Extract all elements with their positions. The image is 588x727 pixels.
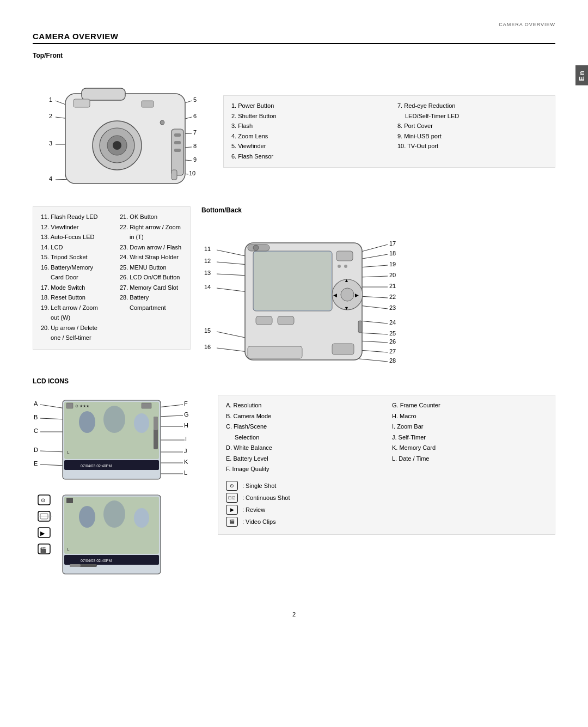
svg-text:17: 17 — [389, 240, 396, 247]
single-shot-row: ⊙ : Single Shot — [226, 481, 547, 491]
svg-text:15: 15 — [204, 327, 211, 334]
list-item: I. Zoom Bar — [392, 422, 547, 431]
svg-text:D: D — [34, 447, 38, 453]
svg-line-99 — [40, 465, 65, 466]
svg-line-103 — [158, 416, 183, 417]
single-shot-label: : Single Shot — [242, 482, 276, 489]
svg-point-117 — [103, 406, 125, 433]
list-item: 3. Flash — [231, 121, 381, 131]
list-item: 6. Flash Sensor — [231, 152, 381, 161]
svg-rect-27 — [142, 101, 154, 107]
list-item: 20. Up arrow / Delete — [41, 323, 103, 333]
list-item: Compartment — [120, 303, 182, 313]
list-item: 5. Viewfinder — [231, 142, 381, 151]
svg-rect-21 — [82, 88, 125, 100]
svg-line-65 — [359, 341, 388, 343]
list-item: C. Flash/Scene — [226, 422, 381, 431]
list-item: 21. OK Button — [120, 212, 182, 222]
svg-point-138 — [79, 506, 95, 528]
continuous-shot-row: ◫◱ : Continuous Shot — [226, 493, 547, 503]
list-item: LED/Self-Timer LED — [397, 112, 547, 121]
list-item: F. Image Quality — [226, 465, 381, 474]
svg-line-53 — [359, 276, 388, 277]
svg-rect-30 — [174, 133, 181, 137]
lcd-col2-list: G. Frame Counter H. Macro I. Zoom Bar J.… — [392, 401, 547, 463]
page-number: 2 — [33, 611, 555, 618]
list-item: 16. Battery/Memory — [41, 263, 103, 272]
svg-text:A: A — [34, 400, 38, 407]
list-item: 10. TV-Out port — [397, 142, 547, 151]
top-front-list: 1. Power Button 2. Shutter Button 3. Fla… — [223, 52, 555, 196]
top-front-diagram: 1 2 3 4 5 6 7 8 9 10 — [33, 64, 207, 194]
list-item: 19. Left arrow / Zoom — [41, 303, 103, 313]
svg-line-101 — [158, 405, 183, 407]
list-item: 13. Auto-Focus LED — [41, 233, 103, 242]
bottom-back-diagram: 11 12 13 14 15 16 17 18 19 20 — [201, 218, 408, 365]
list-item: out (W) — [41, 313, 103, 322]
svg-line-41 — [217, 288, 248, 292]
list-item: 27. Memory Card Slot — [120, 283, 182, 292]
svg-text:🎬: 🎬 — [40, 546, 47, 553]
svg-point-77 — [341, 288, 354, 301]
svg-rect-83 — [278, 316, 294, 325]
svg-line-97 — [40, 451, 65, 452]
svg-text:8: 8 — [193, 143, 197, 149]
svg-rect-72 — [254, 252, 331, 310]
svg-text:23: 23 — [389, 304, 396, 311]
svg-text:6: 6 — [193, 113, 197, 119]
svg-point-139 — [103, 500, 125, 528]
svg-text:I: I — [185, 436, 187, 442]
svg-text:10: 10 — [189, 170, 195, 176]
svg-text:25: 25 — [389, 330, 396, 337]
svg-rect-125 — [154, 417, 158, 430]
list-item: 23. Down arrow / Flash — [120, 243, 182, 252]
svg-point-74 — [338, 265, 341, 268]
svg-text:J: J — [184, 448, 187, 454]
list-item: 25. MENU Button — [120, 263, 182, 272]
top-front-subtitle: Top/Front — [33, 52, 207, 59]
svg-line-45 — [217, 348, 248, 352]
list-item: G. Frame Counter — [392, 401, 547, 410]
svg-text:7: 7 — [193, 129, 197, 136]
svg-point-118 — [134, 413, 149, 433]
list-item: 26. LCD On/Off Button — [120, 273, 182, 282]
svg-rect-86 — [332, 344, 354, 355]
svg-line-57 — [359, 296, 388, 298]
list-item: 14. LCD — [41, 243, 103, 252]
svg-text:▼: ▼ — [344, 306, 349, 311]
svg-rect-146 — [70, 564, 81, 567]
svg-text:⊙: ⊙ — [41, 497, 45, 503]
review-row: ▶ : Review — [226, 505, 547, 515]
list-item: 24. Wrist Strap Holder — [120, 253, 182, 262]
svg-text:K: K — [184, 459, 188, 465]
top-front-col1-list: 1. Power Button 2. Shutter Button 3. Fla… — [231, 101, 381, 161]
svg-text:2: 2 — [49, 113, 52, 119]
svg-text:13: 13 — [204, 270, 211, 276]
svg-line-69 — [359, 359, 388, 362]
bottom-back-col2-list: 21. OK Button 22. Right arrow / Zoom in … — [120, 212, 182, 312]
svg-line-91 — [40, 405, 65, 408]
svg-rect-33 — [171, 170, 177, 180]
list-item: B. Camera Mode — [226, 412, 381, 421]
lcd-col1-list: A. Resolution B. Camera Mode C. Flash/Sc… — [226, 401, 381, 474]
top-front-col2-list: 7. Red-eye Reduction LED/Self-Timer LED … — [397, 101, 547, 151]
lcd-diagram-1: A B C D E F G — [33, 389, 201, 482]
svg-line-35 — [217, 250, 248, 256]
list-item: 1. Power Button — [231, 101, 381, 111]
svg-text:12: 12 — [204, 258, 211, 264]
svg-text:20: 20 — [389, 272, 396, 278]
svg-line-37 — [217, 262, 248, 265]
svg-text:F: F — [184, 400, 188, 407]
svg-text:07/04/03  02:40PM: 07/04/03 02:40PM — [81, 559, 112, 563]
list-item: 18. Reset Button — [41, 293, 103, 302]
svg-rect-73 — [336, 251, 353, 261]
lcd-diagram-2: ⊙ ▶ 🎬 — [33, 491, 201, 591]
svg-text:18: 18 — [389, 250, 396, 256]
list-item: J. Self-Timer — [392, 433, 547, 442]
svg-point-25 — [113, 141, 121, 150]
list-item: in (T) — [120, 233, 182, 242]
continuous-shot-icon: ◫◱ — [226, 493, 238, 503]
list-item: 17. Mode Switch — [41, 283, 103, 292]
svg-text:16: 16 — [204, 344, 211, 350]
review-label: : Review — [242, 506, 265, 513]
